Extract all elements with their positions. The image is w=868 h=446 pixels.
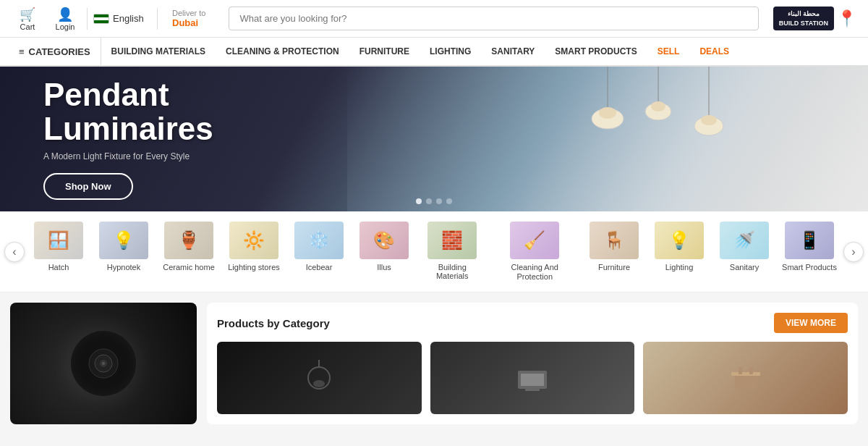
left-promo-image [10,303,197,424]
carousel-prev[interactable]: ‹ [4,242,25,262]
ceramic-home-image: 🏺 [164,222,213,259]
nav-item-smart[interactable]: SMART PRODUCTS [545,38,647,65]
pendant-decoration [550,67,767,211]
shop-now-button[interactable]: Shop Now [43,173,133,200]
icebear-label: Icebear [306,263,333,272]
products-by-category: Products by Category VIEW MORE [207,303,858,424]
promo-circle [71,331,136,396]
svg-rect-21 [739,367,742,374]
svg-rect-19 [735,374,757,389]
hero-title: Pendant Luminaires [43,78,213,145]
sanitary-label: Sanitary [730,263,759,272]
hero-subtitle: A Modern Light Fixture for Every Style [43,151,213,161]
product-card-2[interactable] [430,342,635,414]
hero-content: Pendant Luminaires A Modern Light Fixtur… [0,67,257,211]
divider2 [157,8,158,30]
carousel-item-lighting-stores[interactable]: 🔆 Lighting stores [221,216,286,277]
svg-rect-18 [525,389,540,391]
logo: محطة البناء BUILD STATION 📍 [773,7,856,30]
nav-item-lighting[interactable]: LIGHTING [420,38,481,65]
carousel-item-ceramic-home[interactable]: 🏺 Ceramic home [156,216,221,277]
carousel-item-icebear[interactable]: ❄️ Icebear [286,216,352,277]
illus-image: 🎨 [359,222,409,259]
svg-rect-17 [521,374,544,386]
divider [87,8,88,30]
navbar: ≡ CATEGORIES BUILDING MATERIALS CLEANING… [0,38,868,67]
svg-point-8 [701,115,717,125]
search-bar [229,7,758,30]
icebear-image: ❄️ [294,222,344,259]
carousel-item-hatch[interactable]: 🪟 Hatch [26,216,91,277]
product-1-icon [297,356,341,400]
location-pin-icon: 📍 [837,9,856,28]
product-3-icon [724,356,767,400]
svg-rect-20 [731,372,760,376]
category-carousel: ‹ 🪟 Hatch 💡 Hypnotek 🏺 Ceramic home 🔆 Li… [0,211,868,293]
products-title: Products by Category [217,317,330,329]
svg-point-5 [651,101,665,112]
carousel-item-furniture[interactable]: 🪑 Furniture [582,216,647,277]
product-card-3[interactable] [643,342,848,414]
carousel-item-sanitary[interactable]: 🚿 Sanitary [712,216,777,277]
lighting-image: 💡 [655,222,704,259]
cleaning-protection-image: 🧹 [510,222,559,259]
building-materials-image: 🧱 [427,222,477,259]
sanitary-image: 🚿 [720,222,769,259]
logo-text-box: محطة البناء BUILD STATION [773,7,834,30]
nav-item-deals[interactable]: DEALS [689,38,739,65]
lighting-label: Lighting [665,263,694,272]
nav-item-furniture[interactable]: FURNITURE [349,38,420,65]
svg-point-12 [102,362,105,365]
nav-items: BUILDING MATERIALS CLEANING & PROTECTION… [101,38,859,65]
cleaning-protection-label: Cleaning And Protection [492,263,577,282]
products-header: Products by Category VIEW MORE [217,313,848,333]
hamburger-icon: ≡ [19,46,25,57]
cart-button[interactable]: 🛒 Cart [12,7,43,31]
nav-item-building[interactable]: BUILDING MATERIALS [101,38,216,65]
building-materials-label: Building Materials [421,263,483,280]
lighting-stores-image: 🔆 [229,222,278,259]
categories-button[interactable]: ≡ CATEGORIES [9,38,101,65]
carousel-next[interactable]: › [843,242,864,262]
carousel-item-cleaning-protection[interactable]: 🧹 Cleaning And Protection [488,216,582,287]
hypnotek-image: 💡 [99,222,148,259]
illus-label: Illus [377,263,391,272]
nav-item-cleaning[interactable]: CLEANING & PROTECTION [216,38,349,65]
hatch-label: Hatch [48,263,69,272]
carousel-item-building-materials[interactable]: 🧱 Building Materials [417,216,488,286]
furniture-label: Furniture [598,263,630,272]
svg-point-2 [599,107,616,119]
product-card-1[interactable] [217,342,422,414]
carousel-item-hypnotek[interactable]: 💡 Hypnotek [91,216,156,277]
smart-products-label: Smart Products [782,263,837,272]
user-icon: 👤 [57,7,73,22]
flag-icon [93,14,109,24]
carousel-item-illus[interactable]: 🎨 Illus [352,216,417,277]
deliver-to: Deliver to Dubai [163,9,214,28]
product-2-icon [511,356,554,400]
nav-item-sell[interactable]: SELL [647,38,690,65]
svg-rect-22 [749,367,753,374]
login-button[interactable]: 👤 Login [49,7,81,31]
furniture-image: 🪑 [590,222,639,259]
lighting-stores-label: Lighting stores [228,263,280,272]
carousel-track: 🪟 Hatch 💡 Hypnotek 🏺 Ceramic home 🔆 Ligh… [26,216,842,287]
view-more-button[interactable]: VIEW MORE [774,313,848,333]
header: 🛒 Cart 👤 Login English Deliver to Dubai … [0,0,868,38]
search-input[interactable] [229,7,758,30]
carousel-item-smart-products[interactable]: 📱 Smart Products [777,216,842,277]
nav-item-sanitary[interactable]: SANITARY [481,38,545,65]
smart-products-image: 📱 [785,222,834,259]
bottom-section: Products by Category VIEW MORE [0,293,868,434]
product-cards [217,342,848,414]
ceramic-home-label: Ceramic home [163,263,215,272]
hero-banner: Pendant Luminaires A Modern Light Fixtur… [0,67,868,211]
speaker-icon [85,345,122,382]
carousel-item-lighting[interactable]: 💡 Lighting [647,216,712,277]
cart-icon: 🛒 [20,7,35,22]
svg-point-15 [313,380,325,387]
hypnotek-label: Hypnotek [107,263,140,272]
hatch-image: 🪟 [34,222,83,259]
language-selector[interactable]: English [93,13,151,24]
